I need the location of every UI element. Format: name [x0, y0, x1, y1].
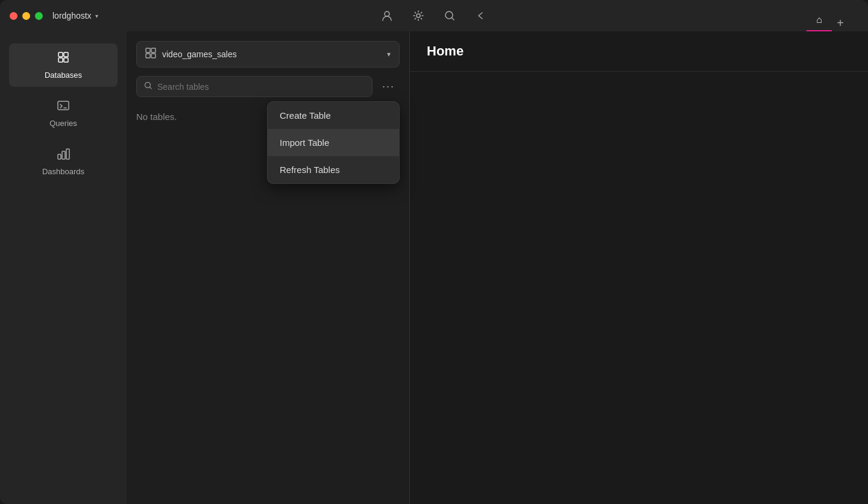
dashboards-icon — [57, 147, 70, 163]
sidebar-item-databases[interactable]: Databases — [9, 43, 118, 87]
svg-point-0 — [385, 11, 389, 16]
svg-rect-11 — [146, 48, 150, 52]
traffic-lights — [10, 12, 43, 20]
more-options-icon: ··· — [382, 80, 395, 93]
content-header: Home — [410, 31, 868, 72]
search-tables-input[interactable] — [157, 82, 365, 92]
refresh-tables-label: Refresh Tables — [280, 165, 340, 175]
svg-rect-6 — [64, 58, 68, 62]
db-selector-icon — [145, 48, 156, 61]
db-selector-chevron: ▾ — [387, 50, 391, 58]
tab-add-button[interactable]: + — [832, 14, 849, 31]
svg-rect-10 — [66, 149, 69, 159]
svg-rect-3 — [58, 52, 63, 57]
sidebar: Databases Queries — [0, 31, 127, 504]
create-table-item[interactable]: Create Table — [268, 102, 399, 129]
back-icon[interactable] — [471, 6, 491, 25]
tabs-bar: ⌂ + — [807, 0, 858, 31]
minimize-button[interactable] — [22, 12, 30, 20]
db-panel: video_games_sales ▾ ··· No t — [127, 31, 410, 504]
dropdown-menu: Create Table Import Table Refresh Tables — [267, 101, 400, 184]
search-icon[interactable] — [440, 6, 459, 25]
db-name: video_games_sales — [162, 49, 381, 59]
svg-rect-13 — [146, 54, 150, 58]
svg-rect-12 — [151, 48, 156, 52]
user-menu-chevron: ▾ — [95, 13, 98, 19]
tab-home[interactable]: ⌂ — [807, 10, 832, 31]
db-selector[interactable]: video_games_sales ▾ — [136, 41, 400, 68]
refresh-tables-item[interactable]: Refresh Tables — [268, 156, 399, 183]
create-table-label: Create Table — [280, 110, 331, 121]
titlebar-actions — [377, 6, 491, 25]
page-title: Home — [427, 43, 464, 58]
sidebar-item-queries[interactable]: Queries — [9, 92, 118, 135]
import-table-item[interactable]: Import Table — [268, 129, 399, 156]
app-window: lordghostx ▾ — [0, 0, 868, 504]
person-icon[interactable] — [377, 6, 397, 25]
svg-rect-8 — [58, 154, 61, 159]
user-name: lordghostx — [52, 11, 92, 20]
databases-label: Databases — [45, 71, 82, 80]
svg-rect-7 — [58, 101, 69, 110]
queries-icon — [57, 99, 70, 115]
svg-rect-9 — [62, 151, 65, 159]
more-options-button[interactable]: ··· — [377, 78, 400, 95]
search-box[interactable] — [136, 76, 373, 97]
svg-rect-14 — [151, 54, 156, 58]
settings-icon[interactable] — [409, 6, 428, 25]
close-button[interactable] — [10, 12, 17, 20]
dashboards-label: Dashboards — [42, 167, 84, 176]
search-tables-icon — [144, 81, 153, 92]
svg-point-1 — [417, 14, 420, 17]
search-row: ··· — [136, 76, 400, 97]
main-layout: Databases Queries — [0, 31, 868, 504]
titlebar: lordghostx ▾ — [0, 0, 868, 31]
main-content: Home — [410, 31, 868, 504]
home-tab-icon: ⌂ — [816, 14, 822, 25]
databases-icon — [57, 51, 70, 67]
svg-rect-5 — [58, 58, 63, 62]
queries-label: Queries — [49, 119, 77, 128]
maximize-button[interactable] — [35, 12, 43, 20]
import-table-label: Import Table — [280, 137, 329, 148]
user-menu[interactable]: lordghostx ▾ — [52, 11, 98, 20]
svg-rect-4 — [64, 52, 68, 57]
sidebar-item-dashboards[interactable]: Dashboards — [9, 140, 118, 183]
